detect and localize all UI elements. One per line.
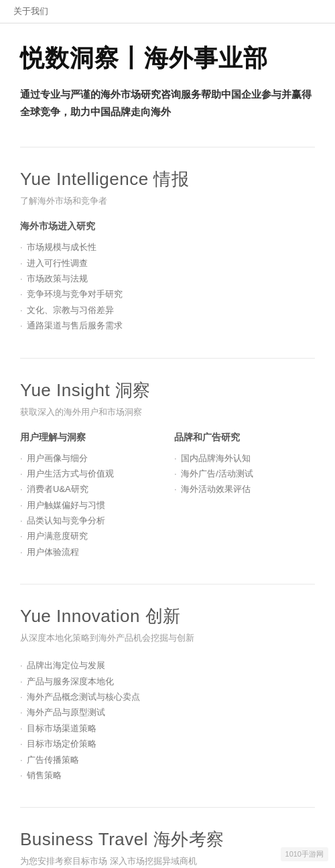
list-item: 用户生活方式与价值观 [20, 466, 161, 481]
list-item: 用户触媒偏好与习惯 [20, 497, 161, 513]
column-1-1: 品牌和广告研究国内品牌海外认知海外广告/活动测试海外活动效果评估 [174, 432, 315, 560]
list-item: 市场政策与法规 [20, 271, 315, 286]
sections-container: Yue Intelligence 情报了解海外市场和竞争者海外市场进入研究市场规… [20, 147, 315, 868]
section-divider [20, 147, 315, 147]
footer-logo: 1010手游网 [281, 847, 328, 861]
bullet-list: 市场规模与成长性进入可行性调查市场政策与法规竞争环境与竞争对手研究文化、宗教与习… [20, 239, 315, 333]
section-title-insight: Yue Insight 洞察 [20, 379, 315, 402]
top-bar-label: 关于我们 [13, 6, 48, 16]
subsection-title: 品牌和广告研究 [174, 432, 315, 444]
subsection-title: 海外市场进入研究 [20, 221, 315, 233]
bullet-list: 品牌出海定位与发展产品与服务深度本地化海外产品概念测试与核心卖点海外产品与原型测… [20, 658, 315, 783]
list-item: 市场规模与成长性 [20, 239, 315, 255]
list-item: 进入可行性调查 [20, 255, 315, 271]
column-1-0: 用户理解与洞察用户画像与细分用户生活方式与价值观消费者U&A研究用户触媒偏好与习… [20, 432, 161, 560]
main-title: 悦数洞察丨海外事业部 [20, 44, 315, 72]
section-business-travel: Business Travel 海外考察为您安排考察目标市场 深入市场挖掘异域商… [20, 807, 315, 868]
bullet-list: 用户画像与细分用户生活方式与价值观消费者U&A研究用户触媒偏好与习惯品类认知与竞… [20, 450, 161, 560]
section-divider [20, 807, 315, 808]
intro-text: 通过专业与严谨的海外市场研究咨询服务帮助中国企业参与并赢得全球竞争，助力中国品牌… [20, 86, 315, 120]
list-item: 竞争环境与竞争对手研究 [20, 286, 315, 302]
list-item: 通路渠道与售后服务需求 [20, 318, 315, 333]
section-title-innovation: Yue Innovation 创新 [20, 605, 315, 628]
list-item: 海外广告/活动测试 [174, 466, 315, 481]
list-item: 用户画像与细分 [20, 450, 161, 466]
list-item: 消费者U&A研究 [20, 481, 161, 497]
list-item: 目标市场定价策略 [20, 736, 315, 751]
list-item: 目标市场渠道策略 [20, 721, 315, 736]
section-subtitle-innovation: 从深度本地化策略到海外产品机会挖掘与创新 [20, 632, 315, 644]
list-item: 产品与服务深度本地化 [20, 674, 315, 689]
section-title-business-travel: Business Travel 海外考察 [20, 828, 315, 851]
section-divider [20, 358, 315, 359]
list-item: 海外活动效果评估 [174, 481, 315, 497]
section-subtitle-business-travel: 为您安排考察目标市场 深入市场挖掘异域商机 [20, 855, 315, 867]
list-item: 用户体验流程 [20, 544, 161, 560]
section-insight: Yue Insight 洞察获取深入的海外用户和市场洞察用户理解与洞察用户画像与… [20, 358, 315, 560]
section-innovation: Yue Innovation 创新从深度本地化策略到海外产品机会挖掘与创新品牌出… [20, 584, 315, 783]
page-content: 悦数洞察丨海外事业部 通过专业与严谨的海外市场研究咨询服务帮助中国企业参与并赢得… [0, 23, 335, 868]
section-subtitle-insight: 获取深入的海外用户和市场洞察 [20, 406, 315, 418]
list-item: 海外产品与原型测试 [20, 704, 315, 720]
section-divider [20, 584, 315, 584]
list-item: 国内品牌海外认知 [174, 450, 315, 466]
subsection-title: 用户理解与洞察 [20, 432, 161, 444]
list-item: 品牌出海定位与发展 [20, 658, 315, 673]
columns-insight: 用户理解与洞察用户画像与细分用户生活方式与价值观消费者U&A研究用户触媒偏好与习… [20, 432, 315, 560]
bullet-list: 国内品牌海外认知海外广告/活动测试海外活动效果评估 [174, 450, 315, 497]
top-bar: 关于我们 [0, 0, 335, 23]
section-intelligence: Yue Intelligence 情报了解海外市场和竞争者海外市场进入研究市场规… [20, 147, 315, 333]
list-item: 销售策略 [20, 767, 315, 783]
section-subtitle-intelligence: 了解海外市场和竞争者 [20, 195, 315, 207]
list-item: 海外产品概念测试与核心卖点 [20, 689, 315, 704]
list-item: 广告传播策略 [20, 752, 315, 767]
section-title-intelligence: Yue Intelligence 情报 [20, 168, 315, 191]
list-item: 用户满意度研究 [20, 528, 161, 544]
list-item: 品类认知与竞争分析 [20, 513, 161, 528]
list-item: 文化、宗教与习俗差异 [20, 302, 315, 318]
